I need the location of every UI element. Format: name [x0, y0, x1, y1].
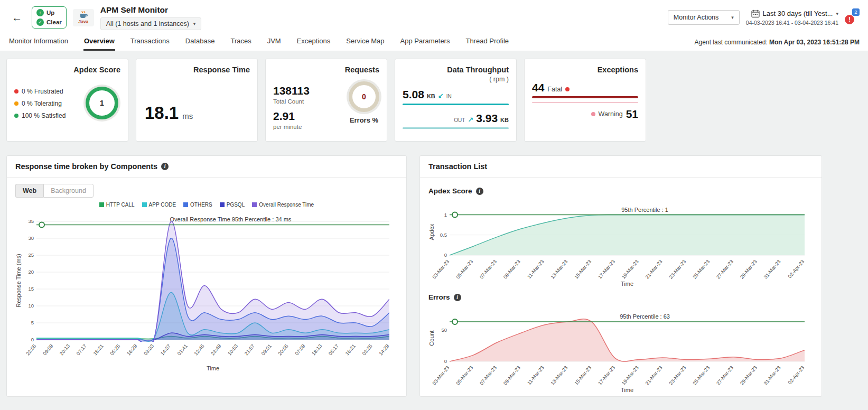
throughput-out-row: OUT ↗ 3.93 KB — [403, 112, 509, 125]
per-minute-value: 2.91 — [273, 110, 310, 123]
out-arrow-icon: ↗ — [468, 116, 473, 124]
tab-monitor-information[interactable]: Monitor Information — [8, 34, 69, 51]
svg-text:1: 1 — [444, 212, 447, 218]
svg-text:07:09: 07:09 — [294, 343, 306, 356]
svg-text:0: 0 — [444, 252, 447, 258]
svg-text:05-Mar-23: 05-Mar-23 — [455, 365, 474, 386]
exceptions-card: Exceptions 44 Fatal Warning 51 — [524, 59, 646, 142]
transaction-list-panel: Transaction List Apdex Score i 00.5103-M… — [419, 155, 822, 397]
legend-swatch — [183, 202, 188, 207]
tab-transactions[interactable]: Transactions — [130, 34, 170, 51]
throughput-unit-label: ( rpm ) — [403, 76, 509, 83]
components-panel: Response time broken by Components i Web… — [6, 155, 407, 397]
svg-text:21-Mar-23: 21-Mar-23 — [644, 258, 664, 280]
svg-text:03:33: 03:33 — [143, 343, 155, 356]
title-area: APM Self Monitor All (1 hosts and 1 inst… — [100, 5, 202, 30]
apdex-score-card: Apdex Score 0 % Frustrated 0 % Toleratin… — [6, 59, 128, 142]
info-icon[interactable]: i — [161, 163, 169, 170]
monitor-actions-dropdown[interactable]: Monitor Actions ▾ — [668, 10, 740, 25]
errors-gauge-area: 0 Errors % — [349, 74, 379, 135]
requests-stats: 138113 Total Count 2.91 per minute — [273, 85, 310, 135]
legend-swatch — [142, 202, 147, 207]
fatal-bar — [532, 96, 638, 98]
svg-text:95th Percentile : 1: 95th Percentile : 1 — [621, 207, 668, 213]
svg-text:14:37: 14:37 — [159, 343, 172, 356]
toggle-web[interactable]: Web — [15, 184, 43, 198]
svg-text:23-Mar-23: 23-Mar-23 — [668, 365, 687, 386]
tolerating-legend: 0 % Tolerating — [14, 100, 66, 107]
apdex-chart: 00.5103-Mar-2305-Mar-2307-Mar-2309-Mar-2… — [428, 195, 813, 288]
tab-traces[interactable]: Traces — [230, 34, 251, 51]
instances-dropdown[interactable]: All (1 hosts and 1 instances) ▾ — [100, 17, 202, 30]
card-title: Response Time — [144, 66, 250, 74]
alert-indicator[interactable]: 2 ! — [845, 8, 860, 26]
back-button[interactable]: ← — [8, 10, 25, 26]
fatal-dot — [565, 87, 570, 91]
tab-thread-profile[interactable]: Thread Profile — [465, 34, 509, 51]
svg-text:05:17: 05:17 — [327, 343, 340, 356]
tolerating-dot — [14, 101, 18, 106]
toggle-background[interactable]: Background — [43, 184, 94, 198]
agent-value: Mon Apr 03, 2023 16:51:28 PM — [769, 39, 860, 46]
legend-item-pgsql[interactable]: PGSQL — [220, 202, 245, 208]
apdex-chart-title: Apdex Score — [428, 187, 472, 195]
tab-service-map[interactable]: Service Map — [346, 34, 385, 51]
tab-app-parameters[interactable]: App Parameters — [400, 34, 451, 51]
warning-label: Warning — [599, 110, 623, 118]
svg-text:27-Mar-23: 27-Mar-23 — [715, 365, 735, 386]
tab-database[interactable]: Database — [185, 34, 216, 51]
svg-text:Response Time (ms): Response Time (ms) — [15, 254, 22, 307]
satisfied-dot — [14, 114, 18, 118]
health-status: ✓ Clear — [36, 18, 62, 26]
in-unit: KB — [427, 93, 435, 99]
svg-text:5: 5 — [31, 320, 34, 325]
svg-text:07-Mar-23: 07-Mar-23 — [479, 258, 498, 280]
svg-text:13-Mar-23: 13-Mar-23 — [549, 365, 569, 386]
svg-text:11-Mar-23: 11-Mar-23 — [526, 258, 545, 279]
out-unit: KB — [500, 117, 509, 123]
svg-text:21:57: 21:57 — [243, 343, 256, 356]
time-range-dropdown[interactable]: Last 30 days (till Yest... ▾ — [751, 10, 839, 18]
svg-text:25: 25 — [28, 252, 34, 258]
fatal-row: 44 Fatal — [532, 81, 638, 94]
tab-jvm[interactable]: JVM — [267, 34, 282, 51]
frustrated-legend: 0 % Frustrated — [14, 88, 66, 95]
response-time-card: Response Time 18.1 ms — [136, 59, 258, 142]
warning-value: 51 — [626, 108, 638, 120]
per-minute-label: per minute — [273, 124, 310, 130]
svg-text:Apdex: Apdex — [428, 223, 435, 240]
legend-item-app-code[interactable]: APP CODE — [142, 202, 176, 208]
chevron-down-icon: ▾ — [731, 15, 734, 20]
instances-dropdown-label: All (1 hosts and 1 instances) — [106, 20, 189, 27]
svg-text:31-Mar-23: 31-Mar-23 — [762, 365, 782, 386]
svg-text:23-Mar-23: 23-Mar-23 — [668, 258, 687, 280]
svg-text:25-Mar-23: 25-Mar-23 — [692, 258, 711, 280]
legend-item-others[interactable]: OTHERS — [183, 202, 212, 208]
svg-text:19-Mar-23: 19-Mar-23 — [620, 365, 640, 386]
total-count-label: Total Count — [273, 98, 310, 105]
tab-exceptions[interactable]: Exceptions — [296, 34, 331, 51]
page-title: APM Self Monitor — [100, 5, 202, 15]
transaction-list-title: Transaction List — [428, 162, 487, 171]
out-throughput-bar — [403, 127, 509, 129]
svg-text:05:25: 05:25 — [109, 343, 122, 356]
svg-text:0.5: 0.5 — [440, 232, 447, 238]
svg-text:31-Mar-23: 31-Mar-23 — [762, 258, 782, 280]
frustrated-label: 0 % Frustrated — [22, 88, 63, 95]
svg-text:15-Mar-23: 15-Mar-23 — [573, 258, 593, 280]
availability-status: ↑ Up — [36, 9, 62, 16]
satisfied-legend: 100 % Satisfied — [14, 112, 66, 119]
svg-text:03-Mar-23: 03-Mar-23 — [431, 365, 451, 386]
svg-text:09:01: 09:01 — [260, 343, 273, 356]
info-icon[interactable]: i — [476, 188, 483, 195]
tab-bar: Monitor Information Overview Transaction… — [0, 35, 868, 51]
legend-item-overall[interactable]: Overall Response Time — [252, 202, 314, 208]
svg-text:11-Mar-23: 11-Mar-23 — [526, 365, 545, 386]
components-chart: 0510152025303522:0509:0920:1307:1718:210… — [15, 208, 398, 372]
summary-cards: Apdex Score 0 % Frustrated 0 % Toleratin… — [6, 59, 868, 142]
info-icon[interactable]: i — [454, 294, 461, 301]
legend-item-http-call[interactable]: HTTP CALL — [99, 202, 135, 208]
svg-text:15: 15 — [28, 286, 34, 292]
monitor-actions-label: Monitor Actions — [674, 14, 718, 21]
tab-overview[interactable]: Overview — [83, 34, 115, 51]
